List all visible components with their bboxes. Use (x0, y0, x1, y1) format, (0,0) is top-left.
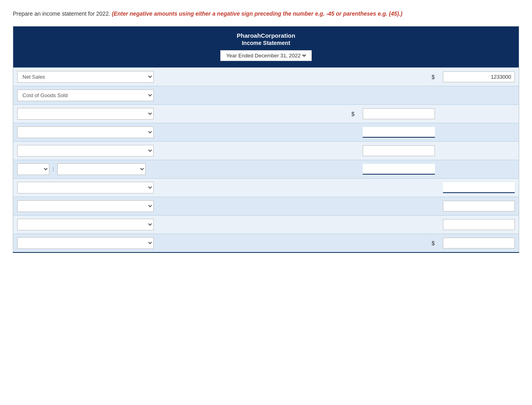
row9-label-select[interactable]: Net Income Net Loss Income from Operatio… (17, 219, 154, 230)
row3-label-select[interactable]: Net Sales Cost of Goods Sold Gross Profi… (17, 108, 154, 120)
amount-cell (439, 216, 519, 234)
table-row: Net Income Net Loss Income from Operatio… (13, 234, 519, 253)
row5-label-select[interactable]: Net Sales Cost of Goods Sold Gross Profi… (17, 145, 154, 157)
spacer (158, 68, 347, 86)
row9-amount-input[interactable] (443, 219, 515, 230)
dollar-sign: $ (347, 105, 359, 123)
table-row: Net Gross : Income from Operations Net I… (13, 160, 519, 179)
spacer (347, 197, 359, 216)
label-select-cell: Cost of Goods Sold Net Sales Gross Profi… (13, 86, 158, 105)
row10-amount-input[interactable] (443, 238, 515, 248)
label-select-cell: Net Income Net Loss Income from Operatio… (13, 216, 158, 234)
spacer (359, 179, 439, 197)
table-row: Cost of Goods Sold Net Sales Gross Profi… (13, 86, 519, 105)
spacer (439, 160, 519, 179)
table-row: Net Income Net Loss Interest Expense (13, 197, 519, 216)
table-row: Net Sales Cost of Goods Sold Gross Profi… (13, 105, 519, 123)
row7-label-select[interactable]: Gross Profit Net Sales Income from Opera… (17, 182, 154, 193)
row8-amount-input[interactable] (443, 201, 515, 212)
spacer (347, 68, 359, 86)
spacer (158, 234, 347, 253)
spacer (347, 160, 359, 179)
amount-cell (439, 68, 519, 86)
spacer (158, 160, 347, 179)
row6-amount-input[interactable] (363, 164, 435, 175)
date-select[interactable]: Year Ended December 31, 2022 Year Ended … (225, 52, 307, 59)
spacer (347, 234, 359, 253)
spacer (158, 142, 347, 160)
header-row: PharoahCorporation Income Statement Year… (13, 26, 519, 68)
row6-medium-select[interactable]: Income from Operations Net Income Operat… (57, 163, 146, 175)
row1-amount-input[interactable] (443, 71, 515, 82)
label-select-cell: Net Sales Cost of Goods Sold Gross Profi… (13, 123, 158, 142)
amount-cell (439, 234, 519, 253)
row5-amount-input[interactable] (363, 145, 435, 156)
label-select-cell: Net Sales Cost of Goods Sold Gross Profi… (13, 142, 158, 160)
row8-label-select[interactable]: Net Income Net Loss Interest Expense (17, 200, 154, 212)
table-row: Gross Profit Net Sales Income from Opera… (13, 179, 519, 197)
date-select-container: Year Ended December 31, 2022 Year Ended … (220, 50, 312, 61)
spacer (359, 216, 439, 234)
dollar-sign: $ (359, 234, 439, 253)
spacer (158, 179, 347, 197)
label-select-cell: Net Income Net Loss Income from Operatio… (13, 234, 158, 253)
spacer (347, 179, 359, 197)
table-row: Net Sales Cost of Goods Sold Gross Profi… (13, 68, 519, 86)
label-select-cell: Net Sales Cost of Goods Sold Gross Profi… (13, 68, 158, 86)
spacer (347, 142, 359, 160)
header-cell: PharoahCorporation Income Statement Year… (13, 26, 519, 68)
spacer (158, 197, 347, 216)
double-select-cell: Net Gross : Income from Operations Net I… (13, 160, 158, 179)
amount-cell (359, 105, 439, 123)
label-select-cell: Gross Profit Net Sales Income from Opera… (13, 179, 158, 197)
amount-cell (359, 123, 439, 142)
spacer (359, 197, 439, 216)
spacer (158, 86, 519, 105)
instruction-highlight: (Enter negative amounts using either a n… (112, 10, 402, 17)
row4-amount-input[interactable] (363, 127, 435, 138)
statement-title: Income Statement (17, 40, 515, 46)
amount-cell (439, 197, 519, 216)
row6-small-select[interactable]: Net Gross (17, 163, 49, 175)
spacer (347, 123, 359, 142)
row4-label-select[interactable]: Net Sales Cost of Goods Sold Gross Profi… (17, 126, 154, 138)
company-name: PharoahCorporation (17, 32, 515, 39)
row1-label-select[interactable]: Net Sales Cost of Goods Sold Gross Profi… (17, 71, 154, 83)
label-select-cell: Net Sales Cost of Goods Sold Gross Profi… (13, 105, 158, 123)
instruction-main: Prepare an income statement for 2022. (13, 10, 110, 17)
spacer (158, 105, 347, 123)
spacer (439, 142, 519, 160)
spacer (158, 123, 347, 142)
income-statement-table: PharoahCorporation Income Statement Year… (13, 26, 519, 253)
row10-label-select[interactable]: Net Income Net Loss Income from Operatio… (17, 237, 154, 249)
dollar-sign: $ (359, 68, 439, 86)
spacer (439, 105, 519, 123)
colon-separator: : (51, 166, 56, 172)
row3-amount-input[interactable] (363, 108, 435, 119)
instructions: Prepare an income statement for 2022. (E… (13, 10, 519, 18)
amount-cell (359, 142, 439, 160)
table-row: Net Sales Cost of Goods Sold Gross Profi… (13, 142, 519, 160)
table-row: Net Sales Cost of Goods Sold Gross Profi… (13, 123, 519, 142)
label-select-cell: Net Income Net Loss Interest Expense (13, 197, 158, 216)
table-row: Net Income Net Loss Income from Operatio… (13, 216, 519, 234)
row2-label-select[interactable]: Cost of Goods Sold Net Sales Gross Profi… (17, 90, 154, 101)
amount-cell (439, 179, 519, 197)
amount-cell (359, 160, 439, 179)
row7-amount-input[interactable] (443, 182, 515, 193)
spacer (439, 123, 519, 142)
spacer (347, 216, 359, 234)
spacer (158, 216, 347, 234)
